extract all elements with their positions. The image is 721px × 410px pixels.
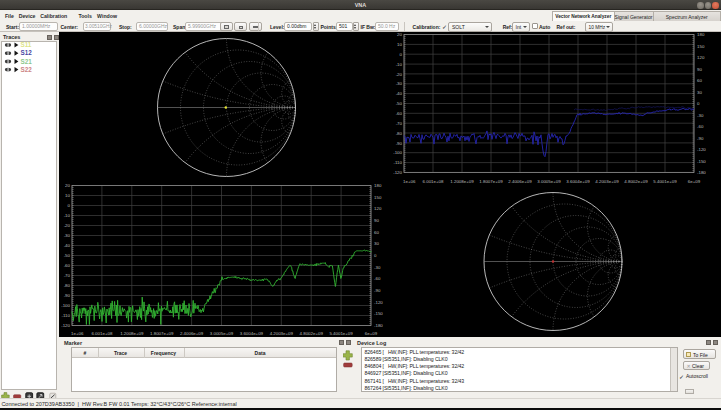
- svg-text:-100: -100: [61, 303, 70, 308]
- svg-text:-150: -150: [697, 159, 706, 164]
- svg-text:10: 10: [65, 193, 70, 198]
- svg-text:6.001e+08: 6.001e+08: [91, 331, 112, 336]
- svg-text:0: 0: [400, 52, 403, 57]
- svg-text:-30: -30: [697, 113, 704, 118]
- svg-text:60: 60: [374, 230, 379, 235]
- svg-text:90: 90: [697, 67, 702, 72]
- svg-text:-60: -60: [396, 111, 403, 116]
- svg-text:-50: -50: [64, 253, 71, 258]
- svg-text:-70: -70: [396, 121, 403, 126]
- svg-text:-90: -90: [396, 141, 403, 146]
- svg-text:-30: -30: [396, 81, 403, 86]
- svg-text:150: 150: [697, 44, 705, 49]
- svg-text:3.6004e+09: 3.6004e+09: [240, 331, 264, 336]
- svg-text:S22: S22: [21, 65, 33, 72]
- svg-text:5.4001e+09: 5.4001e+09: [653, 179, 677, 184]
- svg-text:-110: -110: [62, 313, 71, 318]
- svg-text:-90: -90: [697, 136, 704, 141]
- svg-text:0: 0: [697, 101, 700, 106]
- svg-text:30: 30: [697, 90, 702, 95]
- svg-text:-60: -60: [374, 276, 381, 281]
- svg-text:-60: -60: [64, 263, 71, 268]
- svg-text:1e+06: 1e+06: [403, 179, 416, 184]
- svg-text:-70: -70: [64, 273, 71, 278]
- svg-text:4.8002e+09: 4.8002e+09: [624, 179, 648, 184]
- svg-text:-10: -10: [396, 62, 403, 67]
- svg-text:-60: -60: [697, 124, 704, 129]
- svg-text:-80: -80: [64, 283, 71, 288]
- svg-text:90: 90: [374, 218, 379, 223]
- svg-text:20: 20: [65, 183, 70, 188]
- svg-text:-20: -20: [396, 72, 403, 77]
- svg-text:5.4001e+09: 5.4001e+09: [329, 331, 353, 336]
- svg-text:-180: -180: [697, 170, 706, 175]
- svg-text:-40: -40: [64, 243, 71, 248]
- svg-text:-150: -150: [374, 311, 383, 316]
- svg-text:2.4006e+09: 2.4006e+09: [180, 331, 204, 336]
- svg-text:-120: -120: [393, 170, 402, 175]
- svg-text:1.8007e+09: 1.8007e+09: [150, 331, 174, 336]
- svg-text:-50: -50: [396, 101, 403, 106]
- svg-text:-120: -120: [374, 300, 383, 305]
- svg-text:-120: -120: [697, 147, 706, 152]
- svg-text:0: 0: [68, 203, 71, 208]
- svg-text:3.0005e+09: 3.0005e+09: [537, 179, 561, 184]
- svg-text:1e+06: 1e+06: [71, 331, 84, 336]
- svg-text:3.6004e+09: 3.6004e+09: [566, 179, 590, 184]
- svg-text:0: 0: [374, 253, 377, 258]
- svg-text:-90: -90: [64, 293, 71, 298]
- svg-text:1.2008e+09: 1.2008e+09: [450, 179, 474, 184]
- svg-text:-30: -30: [374, 265, 381, 270]
- svg-text:-90: -90: [374, 288, 381, 293]
- svg-text:30: 30: [374, 241, 379, 246]
- svg-text:180: 180: [697, 32, 705, 37]
- svg-text:-30: -30: [64, 233, 71, 238]
- svg-text:4.8002e+09: 4.8002e+09: [300, 331, 324, 336]
- svg-text:6e+09: 6e+09: [688, 179, 701, 184]
- svg-text:-40: -40: [396, 91, 403, 96]
- svg-text:-120: -120: [61, 323, 70, 328]
- svg-text:6.001e+08: 6.001e+08: [423, 179, 444, 184]
- svg-text:-110: -110: [394, 160, 403, 165]
- svg-text:-180: -180: [374, 323, 383, 328]
- svg-text:180: 180: [374, 183, 382, 188]
- svg-text:20: 20: [397, 32, 402, 37]
- svg-text:S21: S21: [21, 57, 33, 64]
- svg-text:-20: -20: [64, 223, 71, 228]
- svg-text:6e+09: 6e+09: [365, 331, 378, 336]
- svg-text:120: 120: [374, 206, 382, 211]
- svg-text:60: 60: [697, 78, 702, 83]
- svg-text:4.2003e+09: 4.2003e+09: [270, 331, 294, 336]
- svg-text:-100: -100: [393, 150, 402, 155]
- svg-text:1.2008e+09: 1.2008e+09: [120, 331, 144, 336]
- svg-text:-80: -80: [396, 131, 403, 136]
- svg-text:S11: S11: [21, 41, 32, 48]
- svg-text:3.0005e+09: 3.0005e+09: [210, 331, 234, 336]
- svg-text:4.2003e+09: 4.2003e+09: [595, 179, 619, 184]
- svg-text:2.4006e+09: 2.4006e+09: [508, 179, 532, 184]
- svg-text:S12: S12: [21, 49, 33, 56]
- svg-text:1.8007e+09: 1.8007e+09: [479, 179, 503, 184]
- svg-text:10: 10: [397, 42, 402, 47]
- svg-text:150: 150: [374, 195, 382, 200]
- svg-text:120: 120: [697, 55, 705, 60]
- svg-text:-10: -10: [64, 213, 71, 218]
